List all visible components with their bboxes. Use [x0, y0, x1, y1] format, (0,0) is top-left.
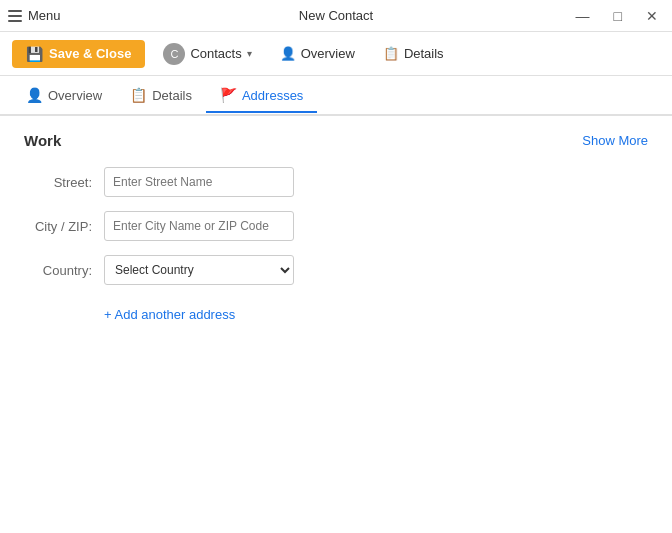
country-select[interactable]: Select Country United States United King… [104, 255, 294, 285]
contacts-nav-button[interactable]: C Contacts ▾ [153, 37, 261, 71]
window-controls: — □ ✕ [570, 7, 664, 25]
details-label: Details [404, 46, 444, 61]
menu-area[interactable]: Menu [8, 8, 61, 23]
tab-addresses-icon: 🚩 [220, 87, 237, 103]
menu-label: Menu [28, 8, 61, 23]
overview-label: Overview [301, 46, 355, 61]
city-zip-form-group: City / ZIP: [24, 211, 648, 241]
section-title: Work [24, 132, 61, 149]
menu-icon[interactable] [8, 10, 22, 22]
main-content: Work Show More Street: City / ZIP: Count… [0, 116, 672, 533]
country-label: Country: [24, 263, 104, 278]
maximize-button[interactable]: □ [608, 7, 628, 25]
tab-details-label: Details [152, 88, 192, 103]
show-more-button[interactable]: Show More [582, 133, 648, 148]
details-grid-icon: 📋 [383, 46, 399, 61]
city-zip-input[interactable] [104, 211, 294, 241]
tab-overview-label: Overview [48, 88, 102, 103]
contacts-chevron-icon: ▾ [247, 48, 252, 59]
close-button[interactable]: ✕ [640, 7, 664, 25]
add-address-button[interactable]: + Add another address [104, 307, 235, 322]
street-label: Street: [24, 175, 104, 190]
tabs-bar: 👤 Overview 📋 Details 🚩 Addresses [0, 76, 672, 116]
details-nav-button[interactable]: 📋 Details [373, 40, 454, 67]
contacts-avatar: C [163, 43, 185, 65]
tab-details[interactable]: 📋 Details [116, 79, 206, 113]
overview-nav-button[interactable]: 👤 Overview [270, 40, 365, 67]
city-zip-label: City / ZIP: [24, 219, 104, 234]
save-icon: 💾 [26, 46, 43, 62]
street-input[interactable] [104, 167, 294, 197]
tab-details-icon: 📋 [130, 87, 147, 103]
tab-overview-icon: 👤 [26, 87, 43, 103]
toolbar: 💾 Save & Close C Contacts ▾ 👤 Overview 📋… [0, 32, 672, 76]
add-address-container: + Add another address [24, 299, 648, 323]
tab-addresses[interactable]: 🚩 Addresses [206, 79, 317, 113]
tab-overview[interactable]: 👤 Overview [12, 79, 116, 113]
contacts-label: Contacts [190, 46, 241, 61]
tab-addresses-label: Addresses [242, 88, 303, 103]
overview-person-icon: 👤 [280, 46, 296, 61]
street-form-group: Street: [24, 167, 648, 197]
minimize-button[interactable]: — [570, 7, 596, 25]
country-form-group: Country: Select Country United States Un… [24, 255, 648, 285]
window-title: New Contact [299, 8, 373, 23]
section-header: Work Show More [24, 132, 648, 149]
save-close-label: Save & Close [49, 46, 131, 61]
title-bar: Menu New Contact — □ ✕ [0, 0, 672, 32]
save-close-button[interactable]: 💾 Save & Close [12, 40, 145, 68]
